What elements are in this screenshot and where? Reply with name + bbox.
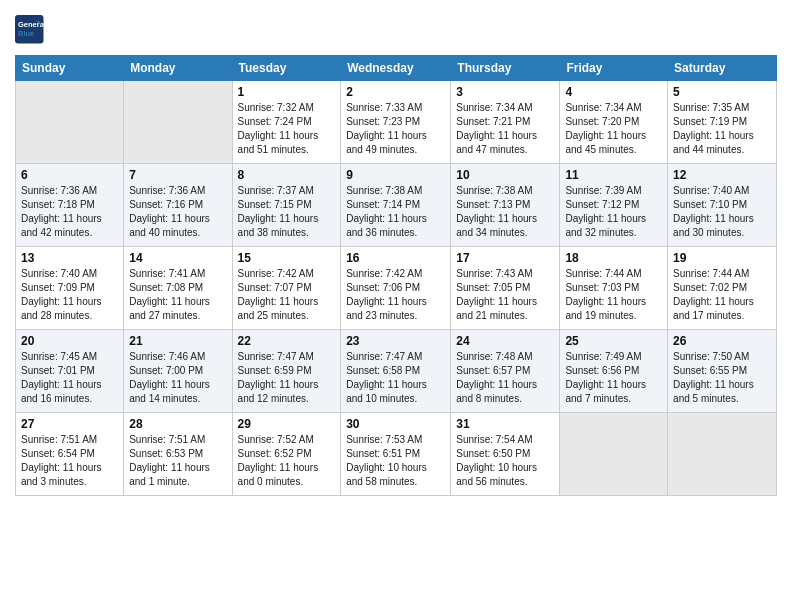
day-info: Sunrise: 7:38 AMSunset: 7:13 PMDaylight:… <box>456 184 554 240</box>
weekday-header-wednesday: Wednesday <box>341 56 451 81</box>
day-info: Sunrise: 7:33 AMSunset: 7:23 PMDaylight:… <box>346 101 445 157</box>
day-number: 23 <box>346 334 445 348</box>
day-info: Sunrise: 7:39 AMSunset: 7:12 PMDaylight:… <box>565 184 662 240</box>
day-number: 11 <box>565 168 662 182</box>
day-info: Sunrise: 7:51 AMSunset: 6:54 PMDaylight:… <box>21 433 118 489</box>
weekday-header-thursday: Thursday <box>451 56 560 81</box>
calendar-cell: 29Sunrise: 7:52 AMSunset: 6:52 PMDayligh… <box>232 413 341 496</box>
day-number: 26 <box>673 334 771 348</box>
calendar-cell <box>668 413 777 496</box>
calendar-cell: 17Sunrise: 7:43 AMSunset: 7:05 PMDayligh… <box>451 247 560 330</box>
week-row-2: 6Sunrise: 7:36 AMSunset: 7:18 PMDaylight… <box>16 164 777 247</box>
day-info: Sunrise: 7:54 AMSunset: 6:50 PMDaylight:… <box>456 433 554 489</box>
day-number: 31 <box>456 417 554 431</box>
day-info: Sunrise: 7:38 AMSunset: 7:14 PMDaylight:… <box>346 184 445 240</box>
calendar-cell: 21Sunrise: 7:46 AMSunset: 7:00 PMDayligh… <box>124 330 232 413</box>
calendar-cell: 15Sunrise: 7:42 AMSunset: 7:07 PMDayligh… <box>232 247 341 330</box>
day-number: 17 <box>456 251 554 265</box>
day-number: 10 <box>456 168 554 182</box>
weekday-header-friday: Friday <box>560 56 668 81</box>
calendar-cell: 13Sunrise: 7:40 AMSunset: 7:09 PMDayligh… <box>16 247 124 330</box>
day-info: Sunrise: 7:40 AMSunset: 7:10 PMDaylight:… <box>673 184 771 240</box>
day-number: 15 <box>238 251 336 265</box>
day-number: 5 <box>673 85 771 99</box>
svg-text:Blue: Blue <box>18 29 34 38</box>
calendar-cell: 16Sunrise: 7:42 AMSunset: 7:06 PMDayligh… <box>341 247 451 330</box>
calendar-cell <box>16 81 124 164</box>
day-number: 12 <box>673 168 771 182</box>
day-number: 6 <box>21 168 118 182</box>
day-info: Sunrise: 7:46 AMSunset: 7:00 PMDaylight:… <box>129 350 226 406</box>
weekday-header-saturday: Saturday <box>668 56 777 81</box>
logo: General Blue <box>15 15 47 45</box>
calendar: SundayMondayTuesdayWednesdayThursdayFrid… <box>15 55 777 496</box>
day-number: 9 <box>346 168 445 182</box>
day-number: 29 <box>238 417 336 431</box>
calendar-cell: 22Sunrise: 7:47 AMSunset: 6:59 PMDayligh… <box>232 330 341 413</box>
calendar-cell: 24Sunrise: 7:48 AMSunset: 6:57 PMDayligh… <box>451 330 560 413</box>
calendar-cell: 18Sunrise: 7:44 AMSunset: 7:03 PMDayligh… <box>560 247 668 330</box>
calendar-cell: 19Sunrise: 7:44 AMSunset: 7:02 PMDayligh… <box>668 247 777 330</box>
day-number: 21 <box>129 334 226 348</box>
day-info: Sunrise: 7:35 AMSunset: 7:19 PMDaylight:… <box>673 101 771 157</box>
day-info: Sunrise: 7:52 AMSunset: 6:52 PMDaylight:… <box>238 433 336 489</box>
calendar-cell: 25Sunrise: 7:49 AMSunset: 6:56 PMDayligh… <box>560 330 668 413</box>
calendar-cell: 4Sunrise: 7:34 AMSunset: 7:20 PMDaylight… <box>560 81 668 164</box>
calendar-cell: 8Sunrise: 7:37 AMSunset: 7:15 PMDaylight… <box>232 164 341 247</box>
day-info: Sunrise: 7:43 AMSunset: 7:05 PMDaylight:… <box>456 267 554 323</box>
calendar-header: SundayMondayTuesdayWednesdayThursdayFrid… <box>16 56 777 81</box>
week-row-3: 13Sunrise: 7:40 AMSunset: 7:09 PMDayligh… <box>16 247 777 330</box>
calendar-cell: 14Sunrise: 7:41 AMSunset: 7:08 PMDayligh… <box>124 247 232 330</box>
day-number: 7 <box>129 168 226 182</box>
day-info: Sunrise: 7:41 AMSunset: 7:08 PMDaylight:… <box>129 267 226 323</box>
day-number: 14 <box>129 251 226 265</box>
calendar-cell: 7Sunrise: 7:36 AMSunset: 7:16 PMDaylight… <box>124 164 232 247</box>
day-info: Sunrise: 7:49 AMSunset: 6:56 PMDaylight:… <box>565 350 662 406</box>
calendar-cell: 28Sunrise: 7:51 AMSunset: 6:53 PMDayligh… <box>124 413 232 496</box>
calendar-cell: 31Sunrise: 7:54 AMSunset: 6:50 PMDayligh… <box>451 413 560 496</box>
calendar-cell: 10Sunrise: 7:38 AMSunset: 7:13 PMDayligh… <box>451 164 560 247</box>
calendar-cell: 11Sunrise: 7:39 AMSunset: 7:12 PMDayligh… <box>560 164 668 247</box>
day-number: 8 <box>238 168 336 182</box>
calendar-cell: 27Sunrise: 7:51 AMSunset: 6:54 PMDayligh… <box>16 413 124 496</box>
page: General Blue SundayMondayTuesdayWednesda… <box>0 0 792 506</box>
calendar-cell: 26Sunrise: 7:50 AMSunset: 6:55 PMDayligh… <box>668 330 777 413</box>
calendar-cell <box>124 81 232 164</box>
calendar-cell: 30Sunrise: 7:53 AMSunset: 6:51 PMDayligh… <box>341 413 451 496</box>
day-number: 1 <box>238 85 336 99</box>
day-number: 2 <box>346 85 445 99</box>
day-info: Sunrise: 7:47 AMSunset: 6:59 PMDaylight:… <box>238 350 336 406</box>
calendar-cell: 2Sunrise: 7:33 AMSunset: 7:23 PMDaylight… <box>341 81 451 164</box>
day-number: 18 <box>565 251 662 265</box>
weekday-header-sunday: Sunday <box>16 56 124 81</box>
day-number: 27 <box>21 417 118 431</box>
day-number: 30 <box>346 417 445 431</box>
day-info: Sunrise: 7:36 AMSunset: 7:18 PMDaylight:… <box>21 184 118 240</box>
calendar-cell: 12Sunrise: 7:40 AMSunset: 7:10 PMDayligh… <box>668 164 777 247</box>
weekday-header-monday: Monday <box>124 56 232 81</box>
day-info: Sunrise: 7:42 AMSunset: 7:07 PMDaylight:… <box>238 267 336 323</box>
day-info: Sunrise: 7:50 AMSunset: 6:55 PMDaylight:… <box>673 350 771 406</box>
week-row-4: 20Sunrise: 7:45 AMSunset: 7:01 PMDayligh… <box>16 330 777 413</box>
day-info: Sunrise: 7:36 AMSunset: 7:16 PMDaylight:… <box>129 184 226 240</box>
day-number: 19 <box>673 251 771 265</box>
logo-icon: General Blue <box>15 15 45 45</box>
calendar-cell: 9Sunrise: 7:38 AMSunset: 7:14 PMDaylight… <box>341 164 451 247</box>
day-info: Sunrise: 7:42 AMSunset: 7:06 PMDaylight:… <box>346 267 445 323</box>
calendar-cell <box>560 413 668 496</box>
day-info: Sunrise: 7:45 AMSunset: 7:01 PMDaylight:… <box>21 350 118 406</box>
calendar-cell: 6Sunrise: 7:36 AMSunset: 7:18 PMDaylight… <box>16 164 124 247</box>
day-number: 25 <box>565 334 662 348</box>
day-number: 22 <box>238 334 336 348</box>
calendar-cell: 3Sunrise: 7:34 AMSunset: 7:21 PMDaylight… <box>451 81 560 164</box>
calendar-body: 1Sunrise: 7:32 AMSunset: 7:24 PMDaylight… <box>16 81 777 496</box>
day-number: 13 <box>21 251 118 265</box>
day-number: 3 <box>456 85 554 99</box>
day-info: Sunrise: 7:47 AMSunset: 6:58 PMDaylight:… <box>346 350 445 406</box>
day-info: Sunrise: 7:48 AMSunset: 6:57 PMDaylight:… <box>456 350 554 406</box>
day-info: Sunrise: 7:34 AMSunset: 7:20 PMDaylight:… <box>565 101 662 157</box>
day-info: Sunrise: 7:51 AMSunset: 6:53 PMDaylight:… <box>129 433 226 489</box>
week-row-5: 27Sunrise: 7:51 AMSunset: 6:54 PMDayligh… <box>16 413 777 496</box>
calendar-cell: 23Sunrise: 7:47 AMSunset: 6:58 PMDayligh… <box>341 330 451 413</box>
day-number: 16 <box>346 251 445 265</box>
